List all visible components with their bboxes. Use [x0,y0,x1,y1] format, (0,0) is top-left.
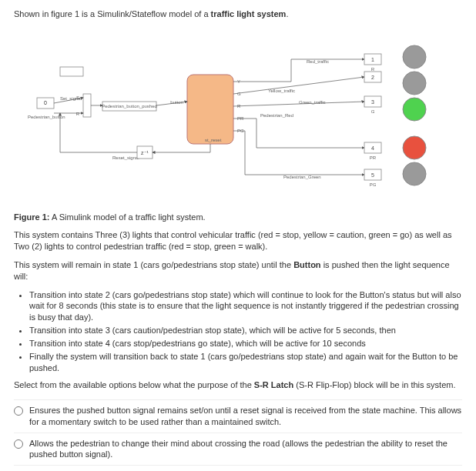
intro-bold: traffic light system [211,9,287,18]
intro-text: Shown in figure 1 is a Simulink/Stateflo… [14,9,462,18]
bullet-item: Finally the system will transition back … [29,351,462,374]
terminator-3: 3 G [364,96,381,114]
options-group: Ensures the pushed button signal remains… [14,399,462,471]
ped-green-signal: Pedestrian_Green [283,175,321,179]
ped-red-signal: Pedestrian_Red [260,113,293,118]
svg-text:4: 4 [371,145,374,151]
option-row[interactable]: Ensures the pushed button signal remains… [14,399,462,433]
para2-prefix: This system will remain in state 1 (cars… [14,260,293,269]
option-radio[interactable] [14,439,23,449]
svg-rect-31 [60,67,83,76]
select-prompt-mid: (S-R Flip-Flop) block will be in this sy… [293,380,455,389]
paragraph-2: This system will remain in state 1 (cars… [14,259,462,283]
svg-text:R: R [76,112,80,116]
intro-prefix: Shown in figure 1 is a Simulink/Stateflo… [14,9,211,18]
svg-text:R: R [371,67,375,72]
svg-rect-1 [83,94,91,117]
terminator-4: 4 PR [364,142,381,160]
paragraph-1: This system contains Three (3) lights th… [14,229,462,253]
svg-text:PG: PG [370,182,377,187]
terminator-1: 1 R [364,54,381,72]
svg-text:PR: PR [370,155,377,160]
svg-text:G: G [371,109,375,114]
ped-button-pushed-label: Pedestrian_button_pushed [102,104,157,109]
yellow-traffic-signal: Yellow_traffic [268,89,295,93]
svg-text:1: 1 [371,57,374,62]
red-traffic-signal: Red_traffic [307,59,329,64]
sr-latch-label: z⁻¹ [141,150,149,155]
option-row[interactable]: Provides the counter information to the … [14,465,462,471]
option-row[interactable]: Allows the pedestrian to change their mi… [14,433,462,466]
bullet-item: Transition into state 4 (cars stop/pedes… [29,338,462,349]
figure-caption-text: A Simulink model of a traffic light syst… [49,212,205,222]
select-prompt: Select from the available options below … [14,379,462,391]
light-yellow [403,72,426,95]
figure-caption: Figure 1: A Simulink model of a traffic … [14,212,462,222]
light-ped-red [403,136,426,159]
option-radio[interactable] [14,406,23,416]
figure-caption-bold: Figure 1: [14,212,49,222]
select-prompt-prefix: Select from the available options below … [14,380,254,389]
option-label: Ensures the pushed button signal remains… [29,405,462,428]
terminator-5: 5 PG [364,169,381,187]
svg-rect-9 [187,75,233,144]
light-red [403,45,426,68]
bullet-item: Transition into state 3 (cars caution/pe… [29,325,462,336]
terminator-2: 2 [364,72,381,82]
light-ped-green [403,162,426,185]
option-label: Allows the pedestrian to change their mi… [29,438,462,461]
simulink-diagram: 0 Set_signal Pedestrian_button S R Pedes… [14,25,462,202]
svg-text:5: 5 [371,172,374,178]
svg-text:G: G [237,92,241,96]
svg-text:S: S [76,95,79,100]
para2-bold: Button [293,260,320,269]
svg-text:2: 2 [371,75,374,80]
light-green [403,98,426,121]
svg-text:st_reset: st_reset [205,138,222,142]
constant-label: 0 [44,100,47,105]
select-prompt-bold: S-R Latch [254,380,293,389]
reset-signal-label: Reset_signal [112,155,139,160]
bullet-item: Transition into state 2 (cars go/pedestr… [29,289,462,324]
bullet-list: Transition into state 2 (cars go/pedestr… [29,289,462,374]
pedestrian-button-label: Pedestrian_button [28,115,65,119]
svg-text:3: 3 [371,99,374,105]
intro-suffix: . [286,9,288,18]
